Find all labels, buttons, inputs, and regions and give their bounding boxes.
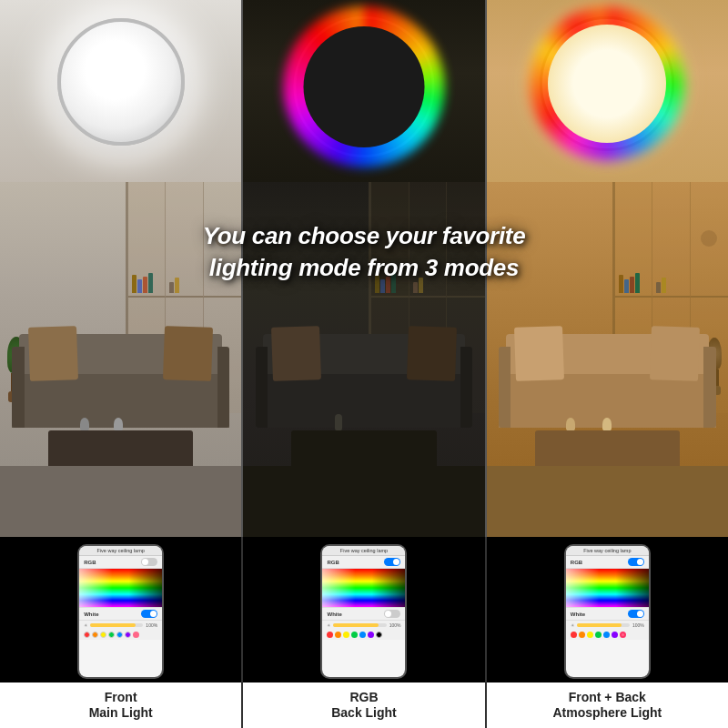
bottom-panel-right: Five way ceiling lamp RGB White (487, 537, 728, 728)
label-middle: RGB Back Light (243, 682, 484, 728)
fixture-middle (293, 16, 434, 157)
label-left: Front Main Light (0, 682, 241, 728)
phone-left: Five way ceiling lamp RGB White (77, 544, 164, 679)
main-container: You can choose your favoritelighting mod… (0, 0, 728, 728)
bottom-panel-middle: Five way ceiling lamp RGB White (243, 537, 484, 728)
panel-middle (241, 0, 486, 537)
bottom-section: Five way ceiling lamp RGB White (0, 537, 728, 728)
panel-left (0, 0, 241, 537)
fixture-right (540, 16, 674, 151)
panel-right (487, 0, 728, 537)
label-right: Front + Back Atmosphere Light (487, 682, 728, 728)
phone-right: Five way ceiling lamp RGB White (564, 544, 651, 679)
bottom-panel-left: Five way ceiling lamp RGB White (0, 537, 241, 728)
fixture-left (57, 18, 185, 146)
phone-middle: Five way ceiling lamp RGB White (320, 544, 407, 679)
